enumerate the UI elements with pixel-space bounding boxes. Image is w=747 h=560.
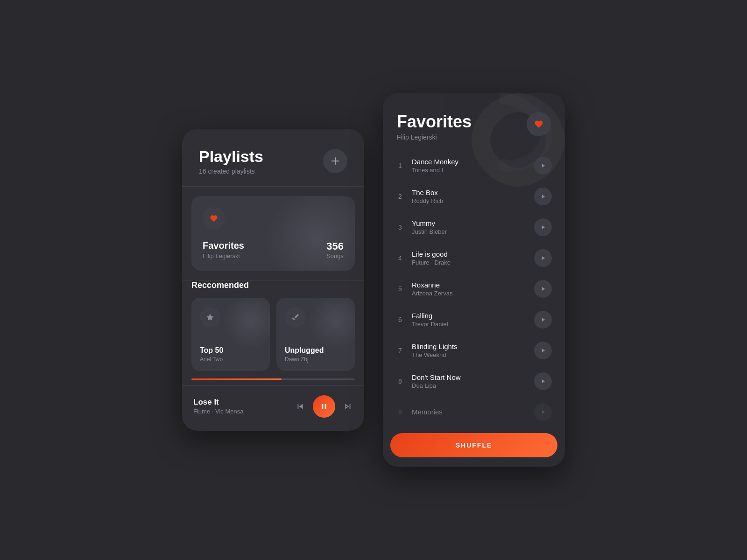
player-info: Lose It Flume · Vic Mensa: [193, 398, 243, 415]
favorites-card-count: 356 Songs: [326, 240, 344, 259]
right-header: Favorites Filip Legierski: [383, 93, 565, 150]
song-title: Don't Start Now: [412, 373, 527, 381]
favorites-card-sub: Filip Legierski: [203, 252, 244, 259]
player: Lose It Flume · Vic Mensa: [182, 386, 364, 431]
song-item[interactable]: 8 Don't Start Now Dua Lipa: [390, 366, 557, 397]
progress-bar-fill: [191, 378, 282, 380]
guitar-icon: [285, 307, 305, 328]
play-song-button[interactable]: [534, 249, 552, 267]
song-details: Yummy Justin Bieber: [412, 219, 527, 235]
rec-unplugged-sub: Dawo Zbj: [285, 356, 346, 363]
rec-card-unplugged[interactable]: Unplugged Dawo Zbj: [276, 298, 355, 371]
play-song-button[interactable]: [534, 218, 552, 236]
song-details: Blinding Lights The Weeknd: [412, 343, 527, 358]
song-artist: Arizona Zervas: [412, 290, 527, 297]
left-header: Playlists 16 created playlists: [182, 129, 364, 186]
rec-unplugged-title: Unplugged: [285, 346, 346, 355]
playlists-subtitle: 16 created playlists: [199, 168, 263, 175]
song-title: Falling: [412, 312, 527, 320]
song-title: Yummy: [412, 219, 527, 227]
song-item[interactable]: 3 Yummy Justin Bieber: [390, 212, 557, 243]
now-playing-title: Lose It: [193, 398, 243, 407]
song-item[interactable]: 7 Blinding Lights The Weeknd: [390, 335, 557, 366]
song-title: Memories: [412, 408, 527, 416]
song-artist: Trevor Daniel: [412, 321, 527, 328]
recommended-title: Reccomended: [191, 280, 355, 290]
song-number: 2: [396, 193, 404, 200]
now-playing-artist: Flume · Vic Mensa: [193, 408, 243, 415]
song-number: 8: [396, 378, 404, 385]
song-details: Don't Start Now Dua Lipa: [412, 373, 527, 389]
song-list: 1 Dance Monkey Tones and I 2 The Box Rod…: [383, 150, 565, 427]
shuffle-button[interactable]: SHUFFLE: [390, 433, 557, 457]
play-song-button[interactable]: [534, 188, 552, 205]
left-panel: Playlists 16 created playlists Favorites…: [182, 129, 364, 430]
forward-button[interactable]: [343, 401, 353, 412]
rewind-button[interactable]: [295, 401, 305, 412]
favorites-count-number: 356: [326, 240, 344, 252]
song-number: 5: [396, 285, 404, 293]
song-artist: The Weeknd: [412, 351, 527, 358]
song-number: 6: [396, 316, 404, 323]
song-item[interactable]: 2 The Box Roddy Rich: [390, 181, 557, 212]
song-artist: Dua Lipa: [412, 382, 527, 389]
player-controls: [295, 395, 353, 418]
play-song-button[interactable]: [534, 342, 552, 359]
song-details: Falling Trevor Daniel: [412, 312, 527, 328]
play-song-button[interactable]: [534, 372, 552, 390]
song-details: Life is good Future · Drake: [412, 250, 527, 266]
song-title: Blinding Lights: [412, 343, 527, 350]
header-text: Playlists 16 created playlists: [199, 148, 263, 175]
song-title: Roxanne: [412, 281, 527, 289]
song-title: The Box: [412, 189, 527, 196]
song-title: Life is good: [412, 250, 527, 258]
song-title: Dance Monkey: [412, 158, 527, 166]
song-number: 7: [396, 347, 404, 354]
song-details: Dance Monkey Tones and I: [412, 158, 527, 174]
pause-button[interactable]: [313, 395, 335, 418]
progress-bar-bg[interactable]: [191, 378, 355, 380]
song-number: 9: [396, 408, 404, 416]
rec-top50-sub: Ariel Two: [200, 356, 261, 363]
divider-1: [182, 186, 364, 187]
favorites-card-text: Favorites Filip Legierski: [203, 240, 244, 259]
play-song-button[interactable]: [534, 311, 552, 329]
song-artist: Roddy Rich: [412, 197, 527, 204]
song-number: 3: [396, 224, 404, 231]
play-song-button[interactable]: [534, 280, 552, 298]
song-item[interactable]: 1 Dance Monkey Tones and I: [390, 150, 557, 181]
song-artist: Tones and I: [412, 167, 527, 174]
recommended-section: Reccomended Top 50 Ariel Two Unplugged D…: [182, 280, 364, 378]
favorites-title: Favorites: [397, 112, 472, 132]
right-header-text: Favorites Filip Legierski: [397, 112, 472, 141]
add-playlist-button[interactable]: [323, 149, 347, 173]
song-details: The Box Roddy Rich: [412, 189, 527, 204]
song-item[interactable]: 6 Falling Trevor Daniel: [390, 304, 557, 335]
song-details: Memories: [412, 408, 527, 417]
song-item[interactable]: 9 Memories: [390, 397, 557, 427]
song-artist: Justin Bieber: [412, 228, 527, 235]
song-number: 4: [396, 254, 404, 262]
star-icon: [200, 307, 220, 328]
playlists-title: Playlists: [199, 148, 263, 165]
rec-top50-title: Top 50: [200, 346, 261, 355]
favorites-heart-icon: [203, 207, 225, 230]
song-number: 1: [396, 162, 404, 169]
rec-card-top50[interactable]: Top 50 Ariel Two: [191, 298, 270, 371]
favorites-subtitle: Filip Legierski: [397, 133, 472, 141]
favorites-card-title: Favorites: [203, 240, 244, 251]
play-song-button[interactable]: [534, 403, 552, 421]
song-item[interactable]: 4 Life is good Future · Drake: [390, 243, 557, 273]
heart-button[interactable]: [527, 112, 551, 136]
song-artist: Future · Drake: [412, 259, 527, 266]
song-item[interactable]: 5 Roxanne Arizona Zervas: [390, 273, 557, 304]
favorites-card[interactable]: Favorites Filip Legierski 356 Songs: [191, 196, 355, 271]
favorites-card-info: Favorites Filip Legierski 356 Songs: [203, 240, 344, 259]
progress-area: [182, 378, 364, 385]
recommended-grid: Top 50 Ariel Two Unplugged Dawo Zbj: [191, 298, 355, 371]
favorites-count-label: Songs: [326, 252, 344, 259]
right-panel: Favorites Filip Legierski 1 Dance Monkey…: [383, 93, 565, 467]
play-song-button[interactable]: [534, 157, 552, 175]
song-details: Roxanne Arizona Zervas: [412, 281, 527, 297]
